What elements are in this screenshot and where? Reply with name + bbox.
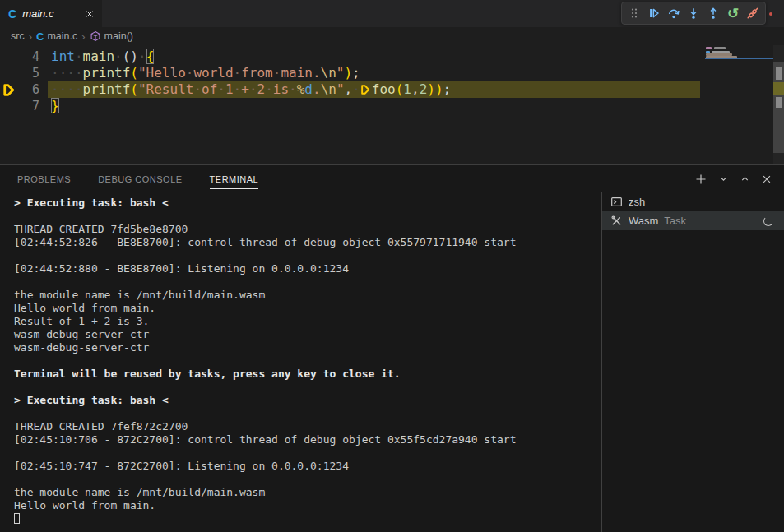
new-terminal-button[interactable] — [694, 173, 707, 186]
line-number: 5 — [0, 65, 39, 81]
overview-ruler-mark — [776, 97, 782, 108]
code-text: int·main·()·{ — [51, 49, 154, 65]
code-line[interactable]: 4int·main·()·{ — [0, 49, 784, 65]
editor-scrollbar[interactable] — [773, 45, 784, 164]
tab-bar: C main.c — [0, 0, 784, 27]
terminal-line — [14, 275, 601, 289]
debug-step-into-button[interactable] — [684, 3, 703, 23]
vscode-window: C main.c — [0, 0, 784, 532]
terminal-line — [14, 210, 601, 223]
terminal-item-label: Wasm — [629, 215, 658, 227]
code-text: } — [51, 98, 59, 114]
terminal-line: the module name is /mnt/build/main.wasm — [14, 486, 601, 499]
terminal-item-label: zsh — [629, 196, 645, 208]
debug-disconnect-button[interactable] — [743, 3, 763, 23]
debug-toolbar: ↺ — [621, 2, 766, 25]
code-line[interactable]: 6····printf("Result·of·1·+·2·is·%d.\n",·… — [0, 81, 784, 98]
debug-continue-button[interactable] — [644, 3, 664, 23]
c-file-icon: C — [8, 8, 16, 20]
tab-main-c[interactable]: C main.c — [0, 0, 102, 27]
terminal-line: [02:45:10:706 - 872C2700]: control threa… — [14, 433, 601, 446]
debug-step-out-button[interactable] — [703, 3, 723, 23]
terminal-line: Terminal will be reused by tasks, press … — [14, 368, 601, 381]
debug-current-line-arrow-icon — [2, 83, 15, 101]
c-file-icon: C — [36, 31, 44, 42]
close-panel-button[interactable] — [761, 173, 772, 185]
terminal-line: [02:45:10:747 - 872C2700]: Listening on … — [14, 460, 601, 473]
code-line[interactable]: 7} — [0, 98, 784, 114]
notification-dot — [769, 12, 772, 16]
terminal-line: Hello world from main. — [14, 302, 601, 315]
terminal-list: zsh Wasm Task — [601, 192, 784, 532]
terminal-line — [14, 473, 601, 486]
terminal-item-zsh[interactable]: zsh — [602, 192, 784, 211]
debug-step-over-button[interactable] — [664, 3, 684, 23]
terminal-line — [14, 249, 601, 262]
terminal-cursor — [14, 513, 20, 524]
close-tab-icon[interactable] — [86, 10, 94, 18]
terminal-line: Result of 1 + 2 is 3. — [14, 315, 601, 328]
terminal-line — [14, 407, 601, 420]
minimap-viewport-line — [705, 58, 773, 59]
breadcrumb-file[interactable]: main.c — [47, 30, 77, 42]
panel-actions — [694, 173, 772, 186]
terminal-item-wasm-task[interactable]: Wasm Task — [602, 211, 784, 230]
overview-ruler-mark — [776, 67, 782, 80]
terminal-line: the module name is /mnt/build/main.wasm — [14, 289, 601, 302]
breadcrumb-symbol[interactable]: main() — [104, 30, 133, 42]
chevron-right-icon: › — [29, 30, 32, 43]
overview-ruler-current-line — [773, 82, 784, 95]
terminal-line: wasm-debug-server-ctr — [14, 328, 601, 341]
terminal-line: > Executing task: bash < — [14, 197, 601, 210]
terminal-line: THREAD CREATED 7fd5be8e8700 — [14, 223, 601, 236]
debug-restart-button[interactable]: ↺ — [723, 3, 743, 23]
terminal-line: > Executing task: bash < — [14, 394, 601, 407]
terminal-line — [14, 354, 601, 368]
terminal-icon — [610, 196, 623, 208]
editor-lines: 4int·main·()·{5····printf("Hello·world·f… — [0, 49, 784, 114]
chevron-right-icon: › — [81, 30, 85, 43]
tab-problems[interactable]: PROBLEMS — [17, 169, 71, 189]
task-running-spinner-icon — [763, 216, 773, 226]
code-line[interactable]: 5····printf("Hello·world·from·main.\n"); — [0, 65, 784, 81]
code-text: ····printf("Result·of·1·+·2·is·%d.\n",·f… — [51, 81, 451, 98]
terminal-line: [02:44:52:826 - BE8E8700]: control threa… — [14, 236, 601, 249]
tools-icon — [610, 215, 623, 227]
toolbar-gripper-icon[interactable] — [624, 3, 644, 23]
terminal-dropdown-chevron-icon[interactable] — [718, 173, 729, 184]
breadcrumb-src[interactable]: src — [11, 30, 25, 42]
terminal-line — [14, 446, 601, 460]
code-text: ····printf("Hello·world·from·main.\n"); — [51, 65, 360, 81]
terminal-line: wasm-debug-server-ctr — [14, 341, 601, 354]
minimap[interactable] — [705, 46, 773, 62]
terminal-item-desc: Task — [664, 215, 686, 227]
terminal-line — [14, 512, 601, 525]
breadcrumb: src › C main.c › main() — [0, 27, 784, 45]
tab-terminal[interactable]: TERMINAL — [210, 169, 259, 189]
terminal-line: Hello world from main. — [14, 499, 601, 512]
terminal-lines: > Executing task: bash < THREAD CREATED … — [14, 197, 601, 525]
maximize-panel-button[interactable] — [740, 173, 750, 184]
terminal-line — [14, 381, 601, 394]
terminal-output[interactable]: > Executing task: bash < THREAD CREATED … — [0, 192, 601, 532]
bottom-panel: PROBLEMS DEBUG CONSOLE TERMINAL > Execut… — [0, 164, 784, 532]
terminal-line: [02:44:52:880 - BE8E8700]: Listening on … — [14, 262, 601, 275]
minimap-mark — [714, 47, 726, 49]
inline-debug-target-icon — [360, 83, 370, 99]
tab-debug-console[interactable]: DEBUG CONSOLE — [98, 169, 182, 189]
terminal-line: THREAD CREATED 7fef872c2700 — [14, 420, 601, 433]
code-editor[interactable]: 4int·main·()·{5····printf("Hello·world·f… — [0, 45, 784, 164]
panel-header: PROBLEMS DEBUG CONSOLE TERMINAL — [0, 165, 784, 192]
line-number: 4 — [0, 49, 39, 65]
minimap-mark — [706, 47, 712, 49]
tab-label: main.c — [22, 7, 53, 20]
symbol-namespace-icon — [90, 30, 101, 42]
